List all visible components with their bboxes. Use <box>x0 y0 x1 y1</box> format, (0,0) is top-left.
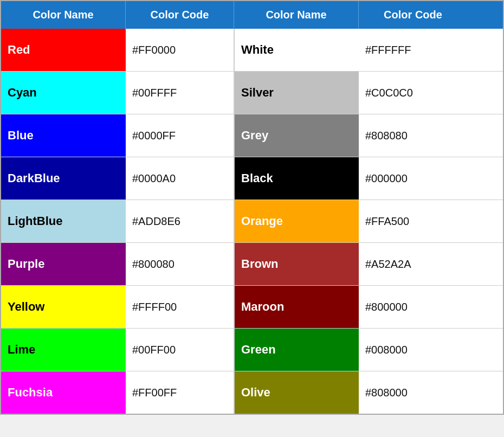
left-code-cell: #0000FF <box>126 114 234 157</box>
left-color-cell: Red <box>1 29 126 71</box>
right-color-cell: Brown <box>234 243 359 285</box>
right-color-cell: Orange <box>234 200 359 242</box>
table-row: Cyan#00FFFFSilver#C0C0C0 <box>1 72 503 114</box>
right-color-cell: Grey <box>234 114 359 157</box>
left-color-cell: Fuchsia <box>1 371 126 414</box>
right-code-cell: #FFA500 <box>359 200 467 242</box>
left-color-cell: Lime <box>1 329 126 371</box>
left-code-cell: #ADD8E6 <box>126 200 234 242</box>
table-row: Purple#800080Brown#A52A2A <box>1 243 503 286</box>
left-color-cell: LightBlue <box>1 200 126 242</box>
left-code-cell: #800080 <box>126 243 234 285</box>
right-code-cell: #000000 <box>359 157 467 200</box>
right-code-cell: #FFFFFF <box>359 29 467 71</box>
header-col2: Color Code <box>126 1 234 29</box>
table-row: LightBlue#ADD8E6Orange#FFA500 <box>1 200 503 243</box>
right-color-cell: Green <box>234 329 359 371</box>
color-table: Color Name Color Code Color Name Color C… <box>0 0 504 415</box>
header-col3: Color Name <box>234 1 359 29</box>
left-color-cell: Purple <box>1 243 126 285</box>
left-color-cell: Blue <box>1 114 126 157</box>
left-code-cell: #0000A0 <box>126 157 234 200</box>
table-row: Red#FF0000White#FFFFFF <box>1 29 503 72</box>
left-color-cell: Cyan <box>1 72 126 114</box>
right-color-cell: Black <box>234 157 359 200</box>
left-code-cell: #FFFF00 <box>126 286 234 328</box>
table-row: Blue#0000FFGrey#808080 <box>1 114 503 157</box>
table-header: Color Name Color Code Color Name Color C… <box>1 1 503 29</box>
table-row: Lime#00FF00Green#008000 <box>1 329 503 371</box>
right-color-cell: Olive <box>234 371 359 414</box>
right-code-cell: #808000 <box>359 371 467 414</box>
right-code-cell: #808080 <box>359 114 467 157</box>
right-code-cell: #008000 <box>359 329 467 371</box>
header-col1: Color Name <box>1 1 126 29</box>
right-code-cell: #800000 <box>359 286 467 328</box>
table-row: DarkBlue#0000A0Black#000000 <box>1 157 503 200</box>
left-color-cell: DarkBlue <box>1 157 126 200</box>
table-row: Fuchsia#FF00FFOlive#808000 <box>1 371 503 414</box>
table-body: Red#FF0000White#FFFFFFCyan#00FFFFSilver#… <box>1 29 503 414</box>
right-color-cell: White <box>234 29 359 71</box>
right-code-cell: #C0C0C0 <box>359 72 467 114</box>
right-color-cell: Silver <box>234 72 359 114</box>
left-color-cell: Yellow <box>1 286 126 328</box>
right-color-cell: Maroon <box>234 286 359 328</box>
left-code-cell: #FF0000 <box>126 29 234 71</box>
left-code-cell: #00FF00 <box>126 329 234 371</box>
header-col4: Color Code <box>359 1 467 29</box>
left-code-cell: #FF00FF <box>126 371 234 414</box>
right-code-cell: #A52A2A <box>359 243 467 285</box>
table-row: Yellow#FFFF00Maroon#800000 <box>1 286 503 329</box>
left-code-cell: #00FFFF <box>126 72 234 114</box>
